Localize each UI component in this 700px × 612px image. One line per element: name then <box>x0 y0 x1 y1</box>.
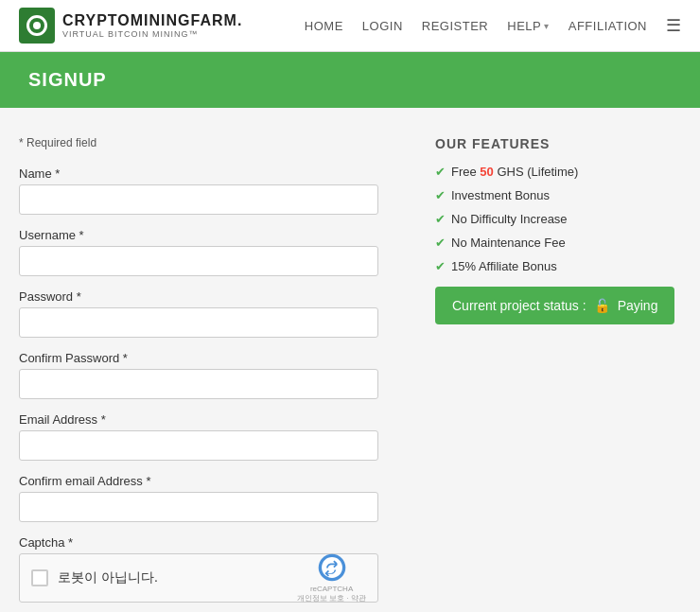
header: CRYPTOMININGFARM. VIRTUAL BITCOIN MINING… <box>0 0 700 52</box>
email-label: Email Address * <box>19 412 378 427</box>
email-input[interactable] <box>19 430 378 461</box>
logo-text: CRYPTOMININGFARM. VIRTUAL BITCOIN MINING… <box>62 12 242 39</box>
feature-affiliate-bonus: ✔ 15% Affiliate Bonus <box>435 259 674 273</box>
required-note: * Required field <box>19 136 378 149</box>
logo-ring <box>26 15 47 36</box>
chevron-down-icon: ▾ <box>544 21 550 31</box>
logo-sub: VIRTUAL BITCOIN MINING™ <box>62 29 242 39</box>
password-input[interactable] <box>19 307 378 338</box>
status-label: Current project status : <box>452 298 586 313</box>
password-label: Password * <box>19 289 378 304</box>
nav-affiliation[interactable]: AFFILIATION <box>569 19 647 33</box>
page-title: SIGNUP <box>28 69 107 90</box>
feature-no-difficulty: ✔ No Difficulty Increase <box>435 212 674 226</box>
confirm-email-input[interactable] <box>19 492 378 522</box>
name-field-group: Name * <box>19 166 378 215</box>
check-icon: ✔ <box>435 188 446 202</box>
username-field-group: Username * <box>19 228 378 276</box>
nav-login[interactable]: LOGIN <box>362 19 403 33</box>
password-field-group: Password * <box>19 289 378 338</box>
nav-home[interactable]: HOME <box>305 19 343 33</box>
hamburger-menu-icon[interactable]: ☰ <box>666 15 681 36</box>
confirm-email-label: Confirm email Address * <box>19 474 378 488</box>
feature-investment-bonus: ✔ Investment Bonus <box>435 188 674 202</box>
check-icon: ✔ <box>435 212 446 226</box>
logo-name: CRYPTOMININGFARM. <box>62 12 242 29</box>
confirm-password-input[interactable] <box>19 369 378 399</box>
features-section: OUR FEATURES ✔ Free 50 GHS (Lifetime) ✔ … <box>435 136 674 612</box>
check-icon: ✔ <box>435 236 446 250</box>
nav-register[interactable]: REGISTER <box>422 19 488 33</box>
email-field-group: Email Address * <box>19 412 378 461</box>
captcha-field-group: Captcha * 로봇이 아닙니다. <box>19 535 378 603</box>
nav: HOME LOGIN REGISTER HELP ▾ AFFILIATION ☰ <box>305 15 681 36</box>
content-wrapper: * Required field Name * Username * Passw… <box>19 136 681 612</box>
name-input[interactable] <box>19 184 378 215</box>
captcha-box[interactable]: 로봇이 아닙니다. reCAPTCHA 개인정보 보호 · 약관 <box>19 553 378 603</box>
confirm-password-label: Confirm Password * <box>19 351 378 365</box>
check-icon: ✔ <box>435 259 446 273</box>
signup-form-section: * Required field Name * Username * Passw… <box>19 136 378 612</box>
recaptcha-logo-icon <box>317 552 347 583</box>
recaptcha-label: reCAPTCHA 개인정보 보호 · 약관 <box>297 585 366 603</box>
username-input[interactable] <box>19 246 378 276</box>
confirm-password-field-group: Confirm Password * <box>19 351 378 399</box>
captcha-checkbox[interactable] <box>31 569 48 586</box>
paying-icon: 🔓 <box>594 298 610 313</box>
status-value: Paying <box>618 298 658 313</box>
username-label: Username * <box>19 228 378 242</box>
feature-no-maintenance: ✔ No Maintenance Fee <box>435 236 674 250</box>
logo-dot <box>33 22 41 29</box>
logo-icon <box>19 8 55 44</box>
features-title: OUR FEATURES <box>435 136 674 151</box>
captcha-label: Captcha * <box>19 535 378 550</box>
project-status-button[interactable]: Current project status : 🔓 Paying <box>435 287 674 324</box>
nav-help[interactable]: HELP ▾ <box>507 19 549 33</box>
name-label: Name * <box>19 166 378 181</box>
captcha-text: 로봇이 아닙니다. <box>58 569 158 586</box>
main-content: * Required field Name * Username * Passw… <box>0 108 700 612</box>
feature-free-ghs: ✔ Free 50 GHS (Lifetime) <box>435 165 674 179</box>
check-icon: ✔ <box>435 165 446 179</box>
logo: CRYPTOMININGFARM. VIRTUAL BITCOIN MINING… <box>19 8 242 44</box>
confirm-email-field-group: Confirm email Address * <box>19 474 378 522</box>
page-banner: SIGNUP <box>0 52 700 108</box>
